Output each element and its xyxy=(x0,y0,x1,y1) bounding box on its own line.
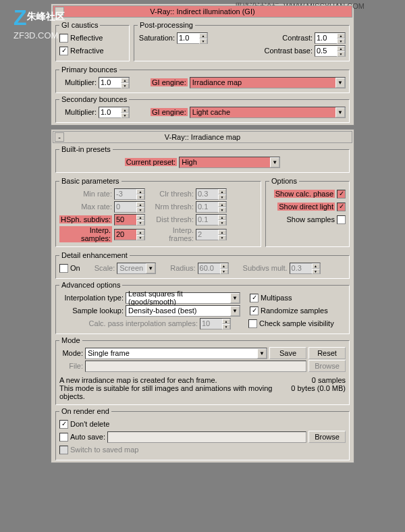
chevron-down-icon: ▼ xyxy=(146,263,155,273)
gi-panel: - V-Ray:: Indirect illumination (GI) GI … xyxy=(51,3,354,126)
irradiance-panel: - V-Ray:: Irradiance map Built-in preset… xyxy=(51,129,354,463)
reflective-label: Reflective xyxy=(70,34,103,42)
randomize-label: Randomize samples xyxy=(261,307,328,315)
file-input[interactable] xyxy=(85,361,306,372)
file-label: File: xyxy=(59,362,83,370)
browse-button[interactable]: Browse xyxy=(308,360,346,372)
calcpass-spinner[interactable]: ▲▼ xyxy=(200,318,231,329)
direct-checkbox[interactable]: ✓ xyxy=(337,203,346,211)
dontdelete-checkbox[interactable]: ✓ xyxy=(59,420,68,429)
mode-label: Mode: xyxy=(59,349,83,357)
contrast-base-spinner[interactable]: ▲▼ xyxy=(315,45,346,57)
refractive-checkbox[interactable]: ✓ xyxy=(59,47,68,55)
checkvis-label: Check sample visibility xyxy=(259,319,334,327)
nrm-spinner[interactable]: ▲▼ xyxy=(196,201,227,213)
mode-note: A new irradiance map is created for each… xyxy=(59,376,289,400)
bytes-count: 0 bytes (0.0 MB) xyxy=(291,384,346,392)
gi-titlebar[interactable]: - V-Ray:: Indirect illumination (GI) xyxy=(53,5,352,18)
primary-mult-spinner[interactable]: ▲▼ xyxy=(99,77,130,88)
gi-title: V-Ray:: Indirect illumination (GI) xyxy=(53,7,352,16)
adv-legend: Advanced options xyxy=(59,281,122,289)
autosave-checkbox[interactable] xyxy=(59,433,68,442)
samples-checkbox[interactable] xyxy=(337,215,346,224)
clr-label: Clr thresh: xyxy=(152,190,194,198)
primary-engine-label: GI engine: xyxy=(151,78,188,86)
secondary-engine-label: GI engine: xyxy=(151,108,188,116)
post-legend: Post-processing xyxy=(138,21,195,29)
maxrate-spinner[interactable]: ▲▼ xyxy=(114,201,145,213)
detail-on-label: On xyxy=(70,264,80,272)
mode-group: Mode Mode: Single frame▼ Save Reset File… xyxy=(55,336,350,405)
contrast-base-label: Contrast base: xyxy=(264,47,313,55)
itype-select[interactable]: Least squares fit (good/smooth)▼ xyxy=(126,292,240,304)
preset-label: Current preset: xyxy=(125,158,177,166)
scale-select[interactable]: Screen▼ xyxy=(117,263,156,274)
direct-label: Show direct light xyxy=(277,203,335,211)
chevron-down-icon: ▼ xyxy=(257,348,267,358)
dist-label: Dist thresh: xyxy=(152,215,194,223)
presets-group: Built-in presets Current preset: High▼ xyxy=(55,145,350,173)
switch-checkbox xyxy=(59,446,68,454)
autosave-label: Auto save: xyxy=(70,433,105,441)
secondary-mult-spinner[interactable]: ▲▼ xyxy=(99,107,130,118)
chevron-down-icon: ▼ xyxy=(230,293,240,303)
calc-checkbox[interactable]: ✓ xyxy=(337,190,346,198)
dist-spinner[interactable]: ▲▼ xyxy=(196,214,227,225)
iframes-label: Interp. frames: xyxy=(152,226,194,242)
calc-label: Show calc. phase xyxy=(274,190,335,198)
chevron-down-icon: ▼ xyxy=(335,78,345,88)
detail-on-checkbox[interactable] xyxy=(59,264,68,273)
smult-spinner[interactable]: ▲▼ xyxy=(290,263,321,274)
irr-title: V-Ray:: Irradiance map xyxy=(53,133,352,141)
contrast-label: Contrast: xyxy=(282,34,313,42)
collapse-icon[interactable]: - xyxy=(55,7,64,16)
secondary-engine-select[interactable]: Light cache▼ xyxy=(190,107,346,118)
primary-mult-label: Multiplier: xyxy=(59,78,97,86)
options-group: Options Show calc. phase✓ Show direct li… xyxy=(265,177,350,247)
save-button[interactable]: Save xyxy=(269,347,306,359)
onend-group: On render end ✓Don't delete Auto save: B… xyxy=(55,407,350,460)
smult-label: Subdivs mult. xyxy=(243,264,288,272)
chevron-down-icon: ▼ xyxy=(335,107,345,117)
saturation-label: Saturation: xyxy=(138,34,175,42)
switch-label: Switch to saved map xyxy=(70,446,139,454)
slookup-label: Sample lookup: xyxy=(59,307,124,315)
onend-legend: On render end xyxy=(59,407,111,415)
preset-select[interactable]: High▼ xyxy=(179,157,280,168)
irr-titlebar[interactable]: - V-Ray:: Irradiance map xyxy=(53,131,352,143)
radius-label: Radius: xyxy=(170,264,195,272)
contrast-spinner[interactable]: ▲▼ xyxy=(315,32,346,44)
radius-spinner[interactable]: ▲▼ xyxy=(198,263,229,274)
post-processing-group: Post-processing Saturation: ▲▼ Contrast:… xyxy=(134,21,350,61)
minrate-spinner[interactable]: ▲▼ xyxy=(114,188,145,200)
chevron-down-icon: ▼ xyxy=(270,157,279,167)
presets-legend: Built-in presets xyxy=(59,145,113,153)
randomize-checkbox[interactable]: ✓ xyxy=(250,307,259,315)
primary-legend: Primary bounces xyxy=(59,65,119,74)
nrm-label: Nrm thresh: xyxy=(152,203,194,211)
chevron-down-icon: ▼ xyxy=(230,306,240,316)
saturation-spinner[interactable]: ▲▼ xyxy=(177,32,208,44)
multipass-checkbox[interactable]: ✓ xyxy=(250,294,259,302)
clr-spinner[interactable]: ▲▼ xyxy=(196,188,227,200)
gi-caustics-group: GI caustics Reflective ✓Refractive xyxy=(55,21,130,61)
reflective-checkbox[interactable] xyxy=(59,34,68,43)
primary-engine-select[interactable]: Irradiance map▼ xyxy=(190,77,346,88)
reset-button[interactable]: Reset xyxy=(308,347,346,359)
autosave-browse-button[interactable]: Browse xyxy=(308,431,346,443)
refractive-label: Refractive xyxy=(70,47,104,55)
calcpass-label: Calc. pass interpolation samples: xyxy=(59,319,198,327)
autosave-input[interactable] xyxy=(107,431,306,443)
collapse-icon[interactable]: - xyxy=(55,132,64,142)
interp-spinner[interactable]: ▲▼ xyxy=(114,229,145,240)
hsph-spinner[interactable]: ▲▼ xyxy=(114,214,145,225)
iframes-spinner[interactable]: ▲▼ xyxy=(196,229,227,240)
slookup-select[interactable]: Density-based (best)▼ xyxy=(126,305,240,317)
checkvis-checkbox[interactable] xyxy=(248,319,257,328)
scale-label: Scale: xyxy=(94,264,115,272)
interp-label: Interp. samples: xyxy=(59,226,112,242)
secondary-legend: Secondary bounces xyxy=(59,95,129,103)
secondary-mult-label: Multiplier: xyxy=(59,108,97,116)
mode-select[interactable]: Single frame▼ xyxy=(85,348,267,359)
primary-bounces-group: Primary bounces Multiplier: ▲▼ GI engine… xyxy=(55,65,350,93)
